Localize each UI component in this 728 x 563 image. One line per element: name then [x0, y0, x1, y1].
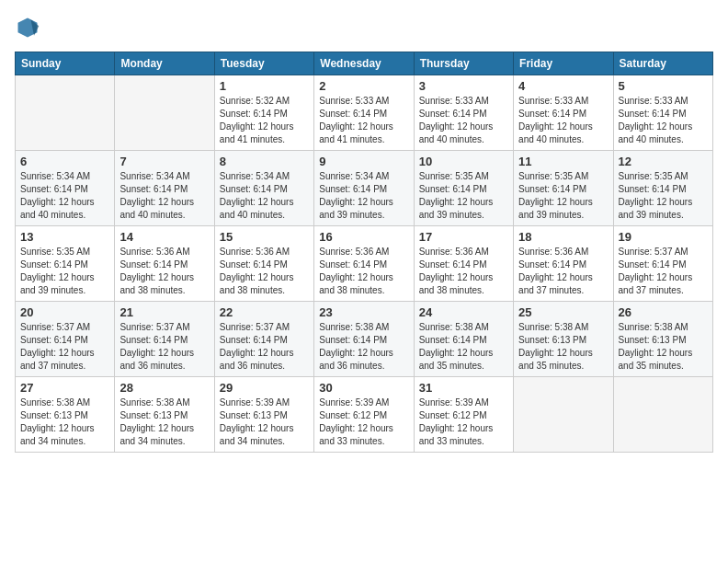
day-number: 1	[220, 79, 309, 93]
day-number: 13	[20, 230, 109, 244]
day-info: Sunrise: 5:36 AMSunset: 6:14 PMDaylight:…	[119, 246, 209, 297]
day-header-thursday: Thursday	[414, 52, 513, 75]
calendar-cell: 4Sunrise: 5:33 AMSunset: 6:14 PMDaylight…	[514, 75, 613, 151]
calendar-cell: 21Sunrise: 5:37 AMSunset: 6:14 PMDayligh…	[115, 302, 214, 377]
day-number: 22	[220, 305, 309, 319]
day-info: Sunrise: 5:37 AMSunset: 6:14 PMDaylight:…	[619, 246, 708, 297]
day-number: 24	[419, 305, 508, 319]
day-info: Sunrise: 5:39 AMSunset: 6:12 PMDaylight:…	[419, 396, 508, 448]
day-info: Sunrise: 5:34 AMSunset: 6:14 PMDaylight:…	[319, 170, 408, 222]
day-number: 5	[619, 79, 708, 93]
day-info: Sunrise: 5:38 AMSunset: 6:14 PMDaylight:…	[419, 321, 508, 373]
day-number: 18	[518, 230, 608, 244]
day-info: Sunrise: 5:37 AMSunset: 6:14 PMDaylight:…	[220, 321, 309, 373]
calendar-cell: 14Sunrise: 5:36 AMSunset: 6:14 PMDayligh…	[115, 226, 214, 302]
day-info: Sunrise: 5:36 AMSunset: 6:14 PMDaylight:…	[419, 246, 508, 297]
calendar-cell	[16, 75, 115, 151]
day-info: Sunrise: 5:34 AMSunset: 6:14 PMDaylight:…	[220, 170, 309, 222]
calendar-cell: 30Sunrise: 5:39 AMSunset: 6:12 PMDayligh…	[314, 377, 414, 453]
calendar-cell: 29Sunrise: 5:39 AMSunset: 6:13 PMDayligh…	[214, 377, 313, 453]
day-header-tuesday: Tuesday	[214, 52, 313, 75]
day-header-sunday: Sunday	[16, 52, 115, 75]
calendar-cell: 6Sunrise: 5:34 AMSunset: 6:14 PMDaylight…	[16, 151, 115, 226]
day-number: 28	[119, 381, 209, 395]
day-info: Sunrise: 5:37 AMSunset: 6:14 PMDaylight:…	[119, 321, 209, 373]
calendar-cell: 3Sunrise: 5:33 AMSunset: 6:14 PMDaylight…	[414, 75, 513, 151]
day-info: Sunrise: 5:37 AMSunset: 6:14 PMDaylight:…	[20, 321, 109, 373]
day-info: Sunrise: 5:34 AMSunset: 6:14 PMDaylight:…	[20, 170, 109, 222]
calendar-table: SundayMondayTuesdayWednesdayThursdayFrid…	[15, 52, 713, 453]
day-number: 8	[220, 155, 309, 168]
day-info: Sunrise: 5:38 AMSunset: 6:13 PMDaylight:…	[619, 321, 708, 373]
day-info: Sunrise: 5:33 AMSunset: 6:14 PMDaylight:…	[419, 95, 508, 146]
calendar-cell: 13Sunrise: 5:35 AMSunset: 6:14 PMDayligh…	[16, 226, 115, 302]
calendar-cell: 27Sunrise: 5:38 AMSunset: 6:13 PMDayligh…	[16, 377, 115, 453]
day-info: Sunrise: 5:35 AMSunset: 6:14 PMDaylight:…	[419, 170, 508, 222]
day-info: Sunrise: 5:35 AMSunset: 6:14 PMDaylight:…	[20, 246, 109, 297]
day-number: 7	[119, 155, 209, 168]
day-info: Sunrise: 5:38 AMSunset: 6:13 PMDaylight:…	[119, 396, 209, 448]
calendar-cell: 7Sunrise: 5:34 AMSunset: 6:14 PMDaylight…	[115, 151, 214, 226]
day-number: 4	[518, 79, 608, 93]
calendar-cell: 16Sunrise: 5:36 AMSunset: 6:14 PMDayligh…	[314, 226, 414, 302]
day-number: 12	[619, 155, 708, 168]
calendar-cell: 11Sunrise: 5:35 AMSunset: 6:14 PMDayligh…	[514, 151, 613, 226]
day-info: Sunrise: 5:36 AMSunset: 6:14 PMDaylight:…	[518, 246, 608, 297]
page-header	[15, 15, 713, 40]
day-info: Sunrise: 5:35 AMSunset: 6:14 PMDaylight:…	[518, 170, 608, 222]
day-info: Sunrise: 5:35 AMSunset: 6:14 PMDaylight:…	[619, 170, 708, 222]
day-info: Sunrise: 5:38 AMSunset: 6:13 PMDaylight:…	[518, 321, 608, 373]
calendar-cell: 22Sunrise: 5:37 AMSunset: 6:14 PMDayligh…	[214, 302, 313, 377]
day-number: 19	[619, 230, 708, 244]
calendar-cell	[613, 377, 712, 453]
day-number: 2	[319, 79, 408, 93]
day-number: 17	[419, 230, 508, 244]
day-number: 15	[220, 230, 309, 244]
day-number: 9	[319, 155, 408, 168]
day-number: 11	[518, 155, 608, 168]
calendar-cell: 24Sunrise: 5:38 AMSunset: 6:14 PMDayligh…	[414, 302, 513, 377]
calendar-cell: 18Sunrise: 5:36 AMSunset: 6:14 PMDayligh…	[514, 226, 613, 302]
calendar-cell: 25Sunrise: 5:38 AMSunset: 6:13 PMDayligh…	[514, 302, 613, 377]
day-info: Sunrise: 5:33 AMSunset: 6:14 PMDaylight:…	[518, 95, 608, 146]
day-info: Sunrise: 5:33 AMSunset: 6:14 PMDaylight:…	[319, 95, 408, 146]
day-header-saturday: Saturday	[613, 52, 712, 75]
day-info: Sunrise: 5:33 AMSunset: 6:14 PMDaylight:…	[619, 95, 708, 146]
day-number: 6	[20, 155, 109, 168]
calendar-cell: 8Sunrise: 5:34 AMSunset: 6:14 PMDaylight…	[214, 151, 313, 226]
day-number: 3	[419, 79, 508, 93]
day-number: 29	[220, 381, 309, 395]
calendar-cell: 17Sunrise: 5:36 AMSunset: 6:14 PMDayligh…	[414, 226, 513, 302]
calendar-cell: 2Sunrise: 5:33 AMSunset: 6:14 PMDaylight…	[314, 75, 414, 151]
calendar-cell: 23Sunrise: 5:38 AMSunset: 6:14 PMDayligh…	[314, 302, 414, 377]
day-info: Sunrise: 5:36 AMSunset: 6:14 PMDaylight:…	[220, 246, 309, 297]
calendar-cell: 9Sunrise: 5:34 AMSunset: 6:14 PMDaylight…	[314, 151, 414, 226]
day-number: 26	[619, 305, 708, 319]
day-info: Sunrise: 5:32 AMSunset: 6:14 PMDaylight:…	[220, 95, 309, 146]
day-header-friday: Friday	[514, 52, 613, 75]
calendar-cell	[115, 75, 214, 151]
day-number: 21	[119, 305, 209, 319]
day-number: 14	[119, 230, 209, 244]
day-header-monday: Monday	[115, 52, 214, 75]
calendar-cell: 20Sunrise: 5:37 AMSunset: 6:14 PMDayligh…	[16, 302, 115, 377]
day-number: 27	[20, 381, 109, 395]
logo-icon	[15, 15, 40, 40]
calendar-cell: 1Sunrise: 5:32 AMSunset: 6:14 PMDaylight…	[214, 75, 313, 151]
day-number: 20	[20, 305, 109, 319]
day-number: 10	[419, 155, 508, 168]
calendar-cell: 26Sunrise: 5:38 AMSunset: 6:13 PMDayligh…	[613, 302, 712, 377]
calendar-cell: 5Sunrise: 5:33 AMSunset: 6:14 PMDaylight…	[613, 75, 712, 151]
day-number: 16	[319, 230, 408, 244]
day-info: Sunrise: 5:38 AMSunset: 6:13 PMDaylight:…	[20, 396, 109, 448]
day-number: 23	[319, 305, 408, 319]
day-info: Sunrise: 5:39 AMSunset: 6:12 PMDaylight:…	[319, 396, 408, 448]
calendar-cell: 19Sunrise: 5:37 AMSunset: 6:14 PMDayligh…	[613, 226, 712, 302]
day-header-wednesday: Wednesday	[314, 52, 414, 75]
calendar-cell	[514, 377, 613, 453]
day-number: 25	[518, 305, 608, 319]
day-number: 30	[319, 381, 408, 395]
day-number: 31	[419, 381, 508, 395]
day-info: Sunrise: 5:34 AMSunset: 6:14 PMDaylight:…	[119, 170, 209, 222]
calendar-cell: 28Sunrise: 5:38 AMSunset: 6:13 PMDayligh…	[115, 377, 214, 453]
